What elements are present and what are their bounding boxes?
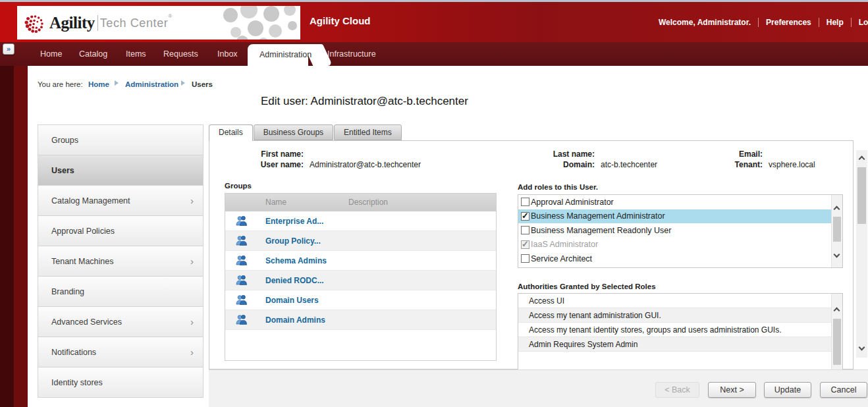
authority-item: Access my tenant identity stores, groups… [518, 323, 832, 337]
detail-tabs: Details Business Groups Entitled Items [209, 124, 402, 141]
page-scrollbar[interactable] [856, 150, 867, 358]
sidebar-item-advanced-services[interactable]: Advanced Services› [38, 306, 203, 337]
chevron-right-icon: › [190, 194, 194, 207]
group-link[interactable]: Group Policy... [265, 236, 321, 246]
roles-listbox: Approval Administrator Business Manageme… [518, 194, 843, 268]
brand-logo: Agility Tech Center ® [17, 6, 300, 40]
last-name-label: Last name: [529, 149, 595, 159]
checkbox-checked-disabled [521, 240, 529, 249]
checkbox-checked[interactable] [521, 212, 529, 221]
group-icon [236, 315, 247, 325]
breadcrumb-prefix: You are here: [38, 80, 83, 88]
groups-table-header: Name Description [225, 194, 496, 211]
registered-mark: ® [168, 13, 172, 19]
sidebar-item-users[interactable]: Users [38, 155, 203, 186]
cancel-button[interactable]: Cancel [820, 382, 867, 398]
nav-tab-catalog[interactable]: Catalog [79, 42, 107, 66]
chevron-right-icon: › [190, 346, 194, 359]
sidebar-item-notifications[interactable]: Notifications› [38, 337, 203, 367]
table-row[interactable]: Domain Admins [225, 310, 496, 330]
sidebar-item-groups[interactable]: Groups [38, 124, 203, 155]
link-divider [758, 18, 759, 27]
email-label: Email: [697, 149, 763, 159]
nav-tab-infrastructure[interactable]: Infrastructure [327, 42, 376, 66]
scroll-down-icon[interactable] [834, 252, 840, 258]
scroll-up-icon[interactable] [834, 206, 840, 213]
back-button: < Back [655, 382, 699, 398]
logout-link[interactable]: Logout [859, 18, 868, 27]
table-row[interactable]: Group Policy... [225, 231, 496, 251]
help-link[interactable]: Help [827, 18, 844, 27]
sidebar-item-branding[interactable]: Branding [38, 276, 203, 307]
sidebar-item-catalog-management[interactable]: Catalog Management› [38, 185, 203, 216]
tab-entitled-items[interactable]: Entitled Items [334, 124, 402, 140]
nav-tab-home[interactable]: Home [40, 42, 62, 66]
preferences-link[interactable]: Preferences [766, 18, 811, 27]
breadcrumb-home[interactable]: Home [88, 80, 109, 88]
sidebar-item-tenant-machines[interactable]: Tenant Machines› [38, 246, 203, 277]
roles-scrollbar[interactable] [831, 195, 842, 267]
left-border-strip [0, 66, 28, 407]
table-row[interactable]: Denied RODC... [225, 271, 496, 290]
authority-item: Access UI [518, 294, 832, 308]
breadcrumb-arrow-icon [181, 80, 185, 86]
table-row[interactable]: Schema Admins [225, 251, 496, 271]
scroll-down-icon[interactable] [859, 344, 865, 351]
checkbox-unchecked[interactable] [521, 226, 529, 234]
page-title: Edit user: Administrator@atc-b.techcente… [261, 95, 468, 108]
table-row[interactable]: Domain Users [225, 290, 496, 310]
tab-business-groups[interactable]: Business Groups [254, 124, 333, 140]
nav-tab-requests[interactable]: Requests [163, 42, 198, 66]
brand-suffix: Tech Center [100, 16, 169, 30]
nav-tab-items[interactable]: Items [126, 42, 146, 66]
sidebar-item-identity-stores[interactable]: Identity stores [38, 367, 203, 398]
group-icon [236, 295, 247, 305]
brand-name: Agility [49, 14, 95, 32]
user-name-label: User name: [238, 160, 304, 169]
domain-label: Domain: [529, 160, 595, 169]
link-divider [819, 18, 819, 27]
app-title: Agility Cloud [310, 2, 371, 42]
update-button[interactable]: Update [764, 382, 811, 398]
agility-dots-icon [22, 11, 47, 36]
group-icon [236, 216, 247, 226]
group-link[interactable]: Domain Users [265, 296, 319, 305]
domain-value: atc-b.techcenter [601, 160, 657, 169]
main-navigation: » Home Catalog Items Requests Inbox Admi… [0, 42, 868, 66]
group-link[interactable]: Enterprise Ad... [265, 217, 323, 226]
nav-tab-administration[interactable]: Administration [248, 44, 308, 66]
tab-details[interactable]: Details [209, 124, 253, 141]
role-option[interactable]: Service Architect [518, 252, 832, 266]
authorities-section-label: Authorities Granted by Selected Roles [518, 283, 656, 290]
scroll-up-icon[interactable] [859, 156, 865, 163]
scrollbar-thumb[interactable] [857, 167, 866, 224]
column-header-description: Description [348, 198, 388, 207]
role-option[interactable]: Approval Administrator [518, 195, 832, 209]
group-link[interactable]: Domain Admins [265, 315, 325, 325]
group-link[interactable]: Schema Admins [265, 256, 327, 265]
group-link[interactable]: Denied RODC... [265, 276, 324, 285]
admin-sidebar: Groups Users Catalog Management› Approva… [38, 125, 203, 398]
role-option-selected[interactable]: Business Management Administrator [518, 209, 832, 224]
next-button[interactable]: Next > [708, 382, 756, 398]
role-option[interactable]: Business Management Readonly User [518, 223, 832, 238]
checkbox-unchecked[interactable] [521, 254, 529, 263]
user-name-value: Administrator@atc-b.techcenter [310, 160, 421, 169]
sidebar-item-approval-policies[interactable]: Approval Policies [38, 215, 203, 246]
table-row[interactable]: Enterprise Ad... [225, 211, 496, 231]
group-icon [236, 275, 247, 285]
sidebar-expander-button[interactable]: » [3, 43, 14, 55]
scrollbar-thumb[interactable] [833, 217, 841, 242]
breadcrumb-administration[interactable]: Administration [125, 80, 178, 88]
chevron-right-icon: › [190, 315, 194, 329]
chevron-right-icon: › [190, 255, 194, 268]
welcome-text: Welcome, Administrator. [659, 18, 751, 27]
nav-tab-inbox[interactable]: Inbox [217, 42, 238, 66]
checkbox-unchecked[interactable] [521, 198, 529, 206]
groups-table: Name Description Enterprise Ad... Group … [225, 193, 497, 361]
group-icon [236, 236, 247, 246]
authority-item: Access my tenant administration GUI. [518, 308, 832, 323]
scrollbar-thumb[interactable] [833, 319, 841, 365]
authorities-scrollbar[interactable] [831, 294, 842, 369]
scroll-up-icon[interactable] [834, 308, 840, 314]
